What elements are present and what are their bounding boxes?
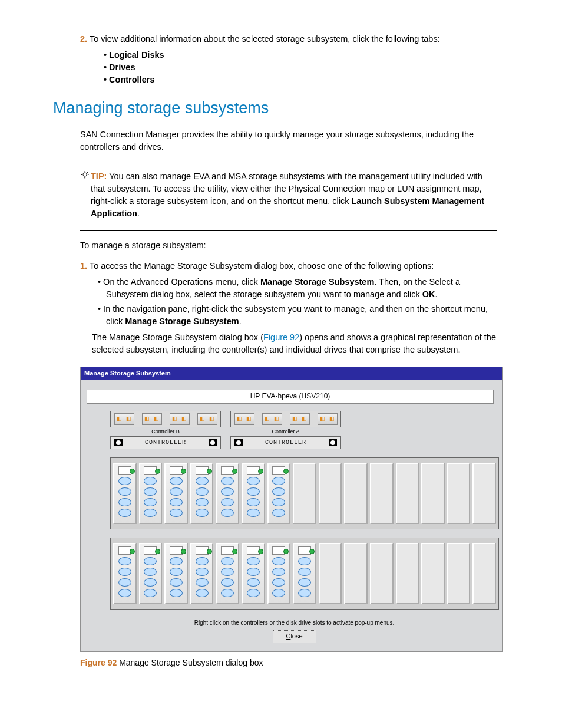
drive-slot-populated[interactable] xyxy=(242,463,265,524)
text: On the Advanced Operations menu, click xyxy=(103,277,260,286)
drive-slot-empty[interactable] xyxy=(472,543,496,604)
result-paragraph: The Manage Storage Subsystem dialog box … xyxy=(92,331,497,356)
drive-slot-populated[interactable] xyxy=(113,463,137,524)
controller-ports-icon: ◧◧◧◧◧◧◧◧ xyxy=(230,411,341,427)
controller-text: CONTROLLER xyxy=(145,439,186,447)
figure-caption: Figure 92 Manage Storage Subsystem dialo… xyxy=(80,657,497,668)
drive-slot-populated[interactable] xyxy=(242,543,265,604)
tab-list: Logical Disks Drives Controllers xyxy=(104,49,497,86)
led-icon xyxy=(114,439,123,446)
controller-text: CONTROLLER xyxy=(265,439,306,447)
controller-a-label: Controller A xyxy=(230,428,341,436)
led-icon xyxy=(234,439,243,446)
tip-text-end: . xyxy=(137,209,140,218)
drive-slot-empty[interactable] xyxy=(370,543,394,604)
bold: OK xyxy=(422,289,435,299)
tip-block: TIP: You can also manage EVA and MSA sto… xyxy=(80,170,497,220)
drive-slot-populated[interactable] xyxy=(216,463,239,524)
controller-b-label: Controller B xyxy=(110,428,221,436)
manage-intro: To manage a storage subsystem: xyxy=(80,239,497,252)
figure-label: Figure 92 xyxy=(80,658,117,667)
step-number: 1. xyxy=(80,261,87,271)
drive-slot-empty[interactable] xyxy=(472,463,496,524)
drive-slot-populated[interactable] xyxy=(293,543,316,604)
tip-rule-top xyxy=(80,164,497,164)
drive-slot-empty[interactable] xyxy=(421,543,445,604)
led-icon xyxy=(209,439,217,446)
drive-slot-empty[interactable] xyxy=(396,463,419,524)
option-b: In the navigation pane, right-click the … xyxy=(98,303,497,328)
drive-slot-populated[interactable] xyxy=(139,543,163,604)
figure-text: Manage Storage Subsystem dialog box xyxy=(117,658,263,667)
drive-shelf-1 xyxy=(110,457,499,529)
close-label: lose xyxy=(290,633,302,640)
drive-slot-empty[interactable] xyxy=(344,463,368,524)
controller-bar: CONTROLLER xyxy=(230,436,341,450)
tip-label: TIP: xyxy=(91,172,107,181)
drive-slot-empty[interactable] xyxy=(396,543,419,604)
text: . xyxy=(239,317,242,326)
tab-item: Logical Disks xyxy=(104,49,497,61)
step-number: 2. xyxy=(80,34,87,44)
svg-point-0 xyxy=(83,173,87,176)
dialog-manage-storage-subsystem: Manage Storage Subsystem HP EVA-hpeva (H… xyxy=(80,367,503,651)
controller-ports-icon: ◧◧◧◧◧◧◧◧ xyxy=(110,411,221,427)
bold: Manage Storage Subsystem xyxy=(260,277,374,286)
step-2: 2. To view additional information about … xyxy=(80,33,497,45)
drive-slot-empty[interactable] xyxy=(421,463,445,524)
dialog-hint: Right click on the controllers or the di… xyxy=(87,619,502,628)
drive-slot-populated[interactable] xyxy=(139,463,163,524)
controller-a-group[interactable]: ◧◧◧◧◧◧◧◧ Controller A CONTROLLER xyxy=(230,411,341,450)
bold: Manage Storage Subsystem xyxy=(125,317,239,326)
drive-slot-empty[interactable] xyxy=(447,463,471,524)
tab-item: Controllers xyxy=(104,74,497,86)
drive-slot-empty[interactable] xyxy=(319,463,342,524)
drive-slot-populated[interactable] xyxy=(164,543,188,604)
drive-slot-populated[interactable] xyxy=(216,543,239,604)
led-icon xyxy=(329,439,337,446)
drive-slot-empty[interactable] xyxy=(447,543,471,604)
dialog-titlebar: Manage Storage Subsystem xyxy=(81,367,502,380)
drive-shelf-2 xyxy=(110,538,499,610)
drive-slot-populated[interactable] xyxy=(164,463,188,524)
controller-bar: CONTROLLER xyxy=(110,436,221,450)
drive-slot-populated[interactable] xyxy=(267,463,291,524)
drive-slot-populated[interactable] xyxy=(113,543,137,604)
close-button[interactable]: Close xyxy=(273,630,316,643)
subsystem-header: HP EVA-hpeva (HSV210) xyxy=(87,390,494,403)
figure-link[interactable]: Figure 92 xyxy=(263,332,299,342)
drive-slot-empty[interactable] xyxy=(344,543,368,604)
text: . xyxy=(435,289,438,299)
option-a: On the Advanced Operations menu, click M… xyxy=(98,276,497,301)
drive-slot-populated[interactable] xyxy=(190,463,214,524)
step-1-options: On the Advanced Operations menu, click M… xyxy=(98,276,497,328)
drive-slot-empty[interactable] xyxy=(319,543,342,604)
text: The Manage Storage Subsystem dialog box … xyxy=(92,332,263,342)
tab-item: Drives xyxy=(104,61,497,74)
step-text: To view additional information about the… xyxy=(90,34,440,44)
drive-slot-populated[interactable] xyxy=(190,543,214,604)
step-text: To access the Manage Storage Subsystem d… xyxy=(90,261,434,271)
tip-rule-bottom xyxy=(80,230,497,231)
drive-slot-empty[interactable] xyxy=(293,463,316,524)
drive-slot-empty[interactable] xyxy=(370,463,394,524)
tip-lightbulb-icon xyxy=(80,170,91,220)
drive-slot-populated[interactable] xyxy=(267,543,291,604)
section-heading: Managing storage subsystems xyxy=(53,97,497,120)
step-1: 1. To access the Manage Storage Subsyste… xyxy=(80,260,497,272)
controller-b-group[interactable]: ◧◧◧◧◧◧◧◧ Controller B CONTROLLER xyxy=(110,411,221,450)
section-intro: SAN Connection Manager provides the abil… xyxy=(80,129,497,153)
